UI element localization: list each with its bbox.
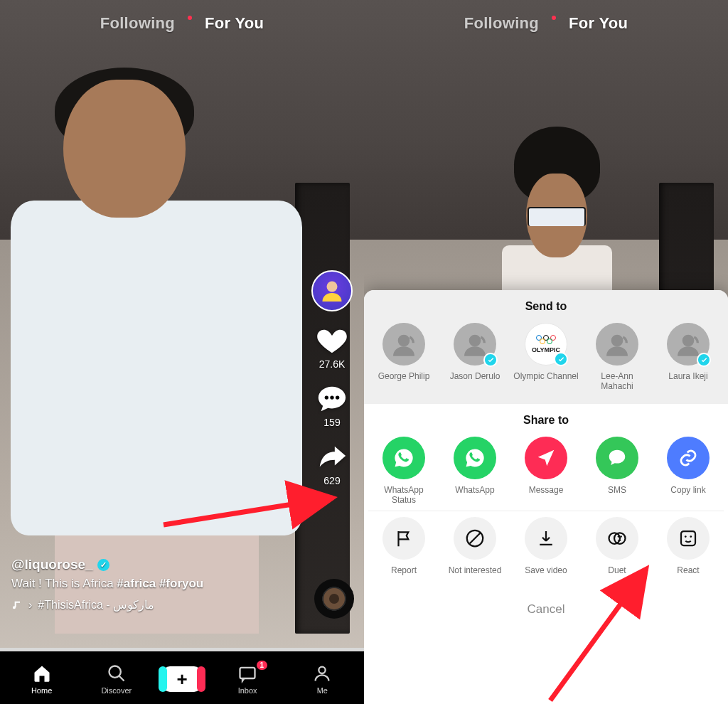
svg-point-0 <box>327 282 338 292</box>
action-report[interactable]: Report <box>371 517 437 585</box>
share-count: 629 <box>323 475 340 486</box>
flag-icon <box>393 528 414 549</box>
svg-point-21 <box>690 535 692 538</box>
share-whatsapp-status-label: WhatsApp Status <box>371 485 437 505</box>
send-contact-4[interactable]: Laura Ikeji <box>655 323 721 391</box>
send-contact-2[interactable]: OLYMPICOlympic Channel <box>513 323 579 391</box>
send-to-section: Send to George PhilipJason DeruloOLYMPIC… <box>364 290 728 404</box>
action-not-interested-label: Not interested <box>449 565 502 585</box>
svg-line-6 <box>119 676 124 681</box>
video-meta: @liquorose_ ✓ Wait ! This is Africa #afr… <box>11 557 300 612</box>
svg-point-12 <box>682 335 695 347</box>
avatar-placeholder-icon <box>454 323 496 366</box>
svg-point-2 <box>330 395 333 399</box>
send-contact-3[interactable]: Lee-Ann Mahachi <box>584 323 650 391</box>
send-contact-1[interactable]: Jason Derulo <box>442 323 508 391</box>
avatar-placeholder-icon <box>667 323 710 366</box>
send-contact-label: Olympic Channel <box>513 371 578 391</box>
svg-point-17 <box>620 535 622 538</box>
share-copy-link-label: Copy link <box>670 485 705 505</box>
search-icon <box>107 663 127 683</box>
video-subject <box>11 56 302 634</box>
notification-dot-icon <box>188 16 192 20</box>
nav-inbox[interactable]: 1 Inbox <box>219 663 276 695</box>
username-text: @liquorose_ <box>11 557 93 572</box>
nav-upload[interactable]: + <box>163 666 201 692</box>
share-whatsapp-status[interactable]: WhatsApp Status <box>371 437 437 505</box>
paper-plane-icon <box>535 447 557 469</box>
share-copy-link[interactable]: Copy link <box>655 437 721 505</box>
tab-following[interactable]: Following <box>100 14 175 33</box>
share-to-title: Share to <box>368 414 724 427</box>
whatsapp-icon <box>393 447 414 469</box>
action-save-video-label: Save video <box>525 565 567 585</box>
hashtag-foryou[interactable]: #foryou <box>159 577 203 590</box>
username-row[interactable]: @liquorose_ ✓ <box>11 557 300 572</box>
comment-button[interactable]: 159 <box>316 383 348 428</box>
svg-rect-7 <box>240 668 255 678</box>
action-duet-label: Duet <box>608 565 626 585</box>
inbox-icon <box>237 663 257 683</box>
nav-me-label: Me <box>317 686 328 695</box>
verified-icon: ✓ <box>97 559 109 571</box>
tab-for-you[interactable]: For You <box>205 14 264 33</box>
comment-icon <box>316 383 348 415</box>
like-button[interactable]: 27.6K <box>316 324 348 370</box>
caption-text: Wait ! This is Africa <box>11 577 117 590</box>
person-icon <box>319 278 345 304</box>
share-icon <box>316 441 348 474</box>
like-count: 27.6K <box>319 358 346 370</box>
duet-icon <box>606 528 628 549</box>
hashtag-africa[interactable]: #africa <box>117 577 156 590</box>
verified-tick-icon <box>554 352 568 366</box>
share-message[interactable]: Message <box>513 437 579 505</box>
creator-avatar[interactable] <box>311 270 353 311</box>
sound-name: #ThisisAfrica - ماركوس <box>38 598 154 612</box>
nav-home-label: Home <box>31 686 52 695</box>
sound-row[interactable]: › #ThisisAfrica - ماركوس <box>11 598 300 612</box>
svg-point-10 <box>469 335 481 347</box>
cancel-button[interactable]: Cancel <box>364 591 728 629</box>
action-save-video[interactable]: Save video <box>513 517 579 585</box>
nav-discover[interactable]: Discover <box>88 663 145 695</box>
svg-point-1 <box>325 395 328 399</box>
share-sms[interactable]: SMS <box>584 437 650 505</box>
svg-point-18 <box>618 535 620 538</box>
send-contact-label: Jason Derulo <box>450 371 500 391</box>
download-icon <box>535 528 557 549</box>
nav-inbox-label: Inbox <box>238 686 257 695</box>
action-not-interested[interactable]: Not interested <box>442 517 508 585</box>
heart-icon <box>316 324 348 357</box>
olympic-logo-icon: OLYMPIC <box>525 323 567 366</box>
svg-point-8 <box>319 667 326 673</box>
nav-home[interactable]: Home <box>14 663 70 695</box>
feed-tabs: Following For You <box>0 14 364 33</box>
inbox-badge: 1 <box>257 661 268 670</box>
avatar-placeholder-icon <box>382 323 425 366</box>
svg-point-11 <box>611 335 623 347</box>
action-react[interactable]: React <box>655 517 721 585</box>
share-to-section: Share to WhatsApp Status WhatsApp Messag… <box>364 404 728 591</box>
share-button[interactable]: 629 <box>316 441 348 486</box>
share-whatsapp[interactable]: WhatsApp <box>442 437 508 505</box>
sound-disc[interactable] <box>314 579 354 619</box>
action-duet[interactable]: Duet <box>584 517 650 585</box>
react-icon <box>678 528 699 549</box>
share-sms-label: SMS <box>608 485 626 505</box>
send-contact-label: George Philip <box>378 371 430 391</box>
action-report-label: Report <box>391 565 417 585</box>
action-rail: 27.6K 159 629 <box>307 270 357 486</box>
share-message-label: Message <box>529 485 564 505</box>
nav-me[interactable]: Me <box>294 663 350 695</box>
bottom-nav: Home Discover + 1 Inbox Me <box>0 651 364 704</box>
caption[interactable]: Wait ! This is Africa #africa #foryou <box>11 577 300 591</box>
comment-count: 159 <box>323 417 340 428</box>
verified-tick-icon <box>697 353 711 367</box>
profile-icon <box>312 663 332 683</box>
svg-rect-19 <box>681 531 695 545</box>
verified-tick-icon <box>483 353 498 367</box>
avatar-placeholder-icon <box>596 323 638 366</box>
link-icon <box>678 447 699 469</box>
send-contact-0[interactable]: George Philip <box>371 323 437 391</box>
share-whatsapp-label: WhatsApp <box>455 485 494 505</box>
